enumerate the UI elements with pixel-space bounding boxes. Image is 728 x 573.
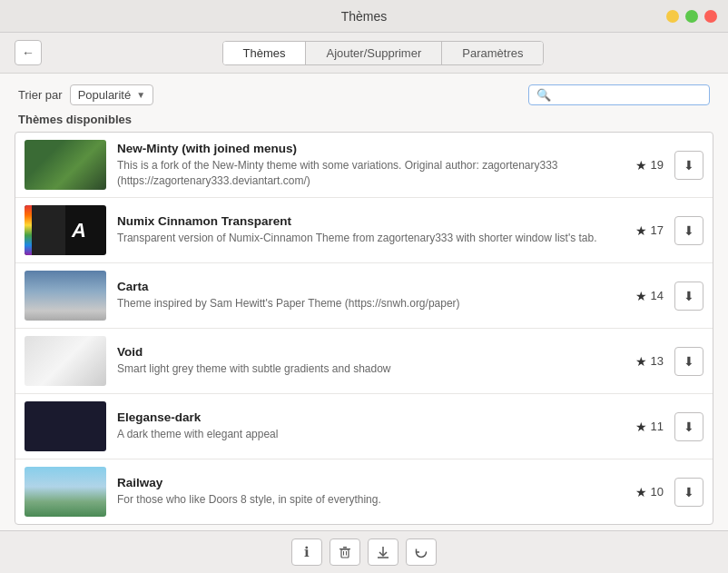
theme-rating: ★ 17 xyxy=(618,223,664,238)
list-item: Eleganse-dark A dark theme with elegant … xyxy=(15,394,713,459)
theme-desc: This is a fork of the New-Minty theme wi… xyxy=(117,158,607,189)
sort-select[interactable]: Popularité ▼ xyxy=(70,84,153,105)
filter-bar: Trier par Popularité ▼ 🔍 xyxy=(0,74,728,113)
theme-rating: ★ 14 xyxy=(618,289,664,303)
rating-value: 11 xyxy=(651,420,664,433)
theme-desc: Smart light grey theme with subtle gradi… xyxy=(117,361,607,377)
close-button[interactable] xyxy=(704,10,717,23)
theme-info: Eleganse-dark A dark theme with elegant … xyxy=(117,410,607,442)
themes-list: New-Minty (with joined menus) This is a … xyxy=(15,132,713,525)
theme-rating: ★ 13 xyxy=(618,354,664,369)
star-icon: ★ xyxy=(635,354,647,369)
list-item: Railway For those who like Doors 8 style… xyxy=(15,459,713,524)
theme-thumbnail xyxy=(25,205,106,255)
themes-section: Thèmes disponibles New-Minty (with joine… xyxy=(0,113,728,530)
back-button[interactable]: ← xyxy=(15,40,42,65)
bottom-toolbar: ℹ xyxy=(0,530,728,573)
list-item: New-Minty (with joined menus) This is a … xyxy=(15,133,713,198)
theme-info: Carta Theme inspired by Sam Hewitt's Pap… xyxy=(117,280,607,311)
tab-add-remove[interactable]: Ajouter/Supprimer xyxy=(306,42,442,64)
download-button[interactable]: ⬇ xyxy=(674,412,703,441)
search-box: 🔍 xyxy=(528,84,710,105)
rating-value: 13 xyxy=(651,354,664,368)
list-item: Numix Cinnamon Transparent Transparent v… xyxy=(15,198,713,263)
theme-name: Carta xyxy=(117,280,607,293)
theme-thumbnail xyxy=(25,467,106,517)
theme-desc: Transparent version of Numix-Cinnamon Th… xyxy=(117,231,607,246)
theme-thumbnail xyxy=(25,140,106,190)
delete-button[interactable] xyxy=(330,538,360,566)
search-icon: 🔍 xyxy=(536,88,551,102)
refresh-button[interactable] xyxy=(406,538,437,566)
section-header: Thèmes disponibles xyxy=(15,113,713,126)
download-button[interactable]: ⬇ xyxy=(674,478,703,507)
theme-name: New-Minty (with joined menus) xyxy=(117,142,607,155)
theme-rating: ★ 10 xyxy=(618,485,664,499)
rating-value: 17 xyxy=(651,223,664,237)
svg-rect-1 xyxy=(343,547,347,548)
star-icon: ★ xyxy=(635,420,647,434)
theme-desc: For those who like Doors 8 style, in spi… xyxy=(117,492,607,508)
minimize-button[interactable] xyxy=(666,10,679,23)
theme-name: Numix Cinnamon Transparent xyxy=(117,214,607,228)
sort-label: Trier par xyxy=(18,88,63,102)
maximize-button[interactable] xyxy=(685,10,698,23)
download-all-button[interactable] xyxy=(368,538,398,566)
download-button[interactable]: ⬇ xyxy=(674,282,703,311)
download-button[interactable]: ⬇ xyxy=(674,216,703,245)
theme-thumbnail xyxy=(25,336,106,386)
theme-rating: ★ 11 xyxy=(618,420,664,434)
tab-settings[interactable]: Paramètres xyxy=(442,42,543,64)
download-button[interactable]: ⬇ xyxy=(674,151,703,180)
theme-thumbnail xyxy=(25,401,106,451)
sort-container: Trier par Popularité ▼ xyxy=(18,84,153,105)
download-button[interactable]: ⬇ xyxy=(674,347,703,376)
star-icon: ★ xyxy=(635,289,647,303)
main-content: Trier par Popularité ▼ 🔍 Thèmes disponib… xyxy=(0,74,728,530)
theme-info: Railway For those who like Doors 8 style… xyxy=(117,476,607,508)
theme-name: Railway xyxy=(117,476,607,489)
rating-value: 10 xyxy=(651,485,664,499)
titlebar-title: Thèmes xyxy=(341,9,388,24)
star-icon: ★ xyxy=(635,485,647,499)
tabs: Thèmes Ajouter/Supprimer Paramètres xyxy=(222,41,545,65)
theme-name: Eleganse-dark xyxy=(117,410,607,424)
theme-desc: Theme inspired by Sam Hewitt's Paper The… xyxy=(117,296,607,311)
sort-value: Popularité xyxy=(78,88,132,102)
theme-info: Numix Cinnamon Transparent Transparent v… xyxy=(117,214,607,246)
window-controls xyxy=(666,10,717,23)
rating-value: 19 xyxy=(651,158,664,172)
theme-thumbnail xyxy=(25,271,106,321)
search-input[interactable] xyxy=(556,88,702,102)
star-icon: ★ xyxy=(635,158,647,173)
star-icon: ★ xyxy=(635,223,647,238)
tabs-container: Thèmes Ajouter/Supprimer Paramètres xyxy=(53,41,713,65)
theme-rating: ★ 19 xyxy=(618,158,664,173)
info-button[interactable]: ℹ xyxy=(291,538,322,566)
tab-themes[interactable]: Thèmes xyxy=(223,42,307,64)
list-item: Carta Theme inspired by Sam Hewitt's Pap… xyxy=(15,263,713,329)
list-item: Void Smart light grey theme with subtle … xyxy=(15,329,713,394)
theme-name: Void xyxy=(117,345,607,359)
toolbar: ← Thèmes Ajouter/Supprimer Paramètres xyxy=(0,33,728,74)
theme-desc: A dark theme with elegant appeal xyxy=(117,427,607,442)
theme-info: Void Smart light grey theme with subtle … xyxy=(117,345,607,377)
rating-value: 14 xyxy=(651,289,664,302)
theme-info: New-Minty (with joined menus) This is a … xyxy=(117,142,607,189)
titlebar: Thèmes xyxy=(0,0,728,33)
sort-arrow-icon: ▼ xyxy=(136,90,145,100)
